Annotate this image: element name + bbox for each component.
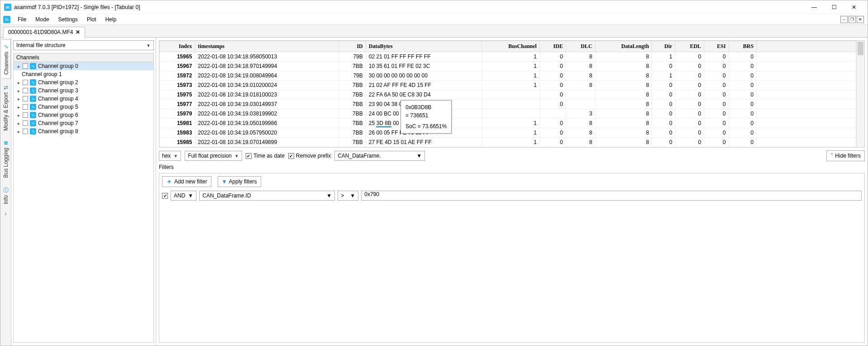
tree-checkbox[interactable]: [23, 63, 28, 69]
table-row[interactable]: 159832022-01-08 10:34:19.0579500207BB26 …: [160, 128, 856, 138]
menu-file[interactable]: File: [13, 15, 31, 24]
menu-help[interactable]: Help: [100, 15, 121, 24]
menu-mode[interactable]: Mode: [31, 15, 53, 24]
channel-group-row[interactable]: Channel group 1: [14, 70, 153, 78]
col-esi[interactable]: ESI: [704, 41, 729, 52]
tree-expand-icon[interactable]: ▸: [16, 121, 21, 126]
tree-checkbox[interactable]: [23, 112, 28, 118]
table-cell: [757, 90, 856, 100]
sidetab-channels[interactable]: Channels ∿: [2, 39, 11, 79]
col-dlc[interactable]: DLC: [566, 41, 595, 52]
dropdown-arrow-icon: ▼: [326, 192, 332, 199]
col-buschannel[interactable]: BusChannel: [482, 41, 540, 52]
channel-group-icon: ∿: [30, 79, 36, 86]
channel-group-row[interactable]: ▸∿Channel group 5: [14, 103, 153, 111]
tree-expand-icon[interactable]: ▸: [16, 113, 21, 118]
dropdown-arrow-icon: ▼: [188, 192, 193, 199]
channel-group-row[interactable]: ▸∿Channel group 4: [14, 95, 153, 103]
table-vertical-scrollbar[interactable]: [856, 41, 864, 147]
tree-expand-icon[interactable]: ▸: [16, 64, 21, 69]
add-new-filter-button[interactable]: ＋ Add new filter: [162, 176, 211, 187]
table-cell: 0: [675, 100, 704, 109]
tree-checkbox[interactable]: [23, 88, 28, 93]
tree-checkbox[interactable]: [23, 120, 28, 126]
dropdown-arrow-icon: ▼: [350, 192, 355, 199]
table-row[interactable]: 159772022-01-08 10:34:19.0301499377BB23 …: [160, 100, 856, 109]
tree-checkbox[interactable]: [23, 104, 28, 110]
channel-tree[interactable]: ▸∿Channel group 0Channel group 1▸∿Channe…: [13, 62, 154, 343]
table-cell: 0: [652, 81, 675, 90]
tree-expand-icon[interactable]: ▸: [16, 80, 21, 85]
minimize-button[interactable]: —: [804, 1, 824, 14]
col-edl[interactable]: EDL: [675, 41, 704, 52]
table-cell: 21 02 AF FF FE 4D 15 FF: [366, 81, 482, 90]
dropdown-arrow-icon: ▼: [416, 153, 422, 159]
tree-expand-icon[interactable]: ▸: [16, 129, 21, 134]
channel-group-row[interactable]: ▸∿Channel group 2: [14, 78, 153, 86]
col-ide[interactable]: IDE: [539, 41, 566, 52]
tree-expand-icon[interactable]: ▸: [16, 105, 21, 110]
table-row[interactable]: 159812022-01-08 10:34:19.0501999867BB25 …: [160, 119, 856, 128]
table-row[interactable]: 159672022-01-08 10:34:18.9701499947BB10 …: [160, 62, 856, 71]
filter-value-input[interactable]: 0x790: [361, 191, 862, 201]
table-cell: 8: [566, 138, 595, 147]
table-row[interactable]: 159652022-01-08 10:34:18.95805001379B02 …: [160, 52, 856, 62]
col-id[interactable]: ID: [339, 41, 366, 52]
table-row[interactable]: 159792022-01-08 10:34:19.0381999027BB24 …: [160, 109, 856, 119]
collapse-sidepanel-icon[interactable]: ›: [5, 210, 7, 218]
menu-settings[interactable]: Settings: [53, 15, 82, 24]
table-cell: 8: [595, 109, 652, 119]
table-row[interactable]: 159732022-01-08 10:34:19.0102000247BB21 …: [160, 81, 856, 90]
filter-op-combo[interactable]: > ▼: [338, 191, 358, 201]
sidetab-modify-export[interactable]: Modify & Export ⇄: [2, 81, 10, 135]
channel-group-row[interactable]: ▸∿Channel group 3: [14, 86, 153, 95]
tree-checkbox[interactable]: [23, 129, 28, 134]
table-cell: 0: [652, 128, 675, 138]
remove-prefix-checkbox[interactable]: ✔ Remove prefix: [288, 153, 331, 159]
table-cell: 8: [595, 128, 652, 138]
filter-logic-combo[interactable]: AND ▼: [171, 191, 196, 201]
mdi-restore-button[interactable]: ❐: [849, 16, 856, 23]
tree-expand-icon[interactable]: ▸: [16, 96, 21, 101]
file-tab[interactable]: 00000001-61D9D80A.MF4 ✕: [3, 27, 85, 38]
scrollbar-thumb[interactable]: [858, 42, 863, 55]
col-brs[interactable]: BRS: [729, 41, 756, 52]
tree-mode-combo[interactable]: Internal file structure ▼: [13, 40, 154, 50]
time-as-date-checkbox[interactable]: ✔ Time as date: [246, 153, 285, 159]
col-dir[interactable]: Dir: [652, 41, 675, 52]
format-combo[interactable]: hex▼: [159, 151, 181, 161]
close-button[interactable]: ✕: [844, 1, 864, 14]
col-datalength[interactable]: DataLength: [595, 41, 652, 52]
table-cell: 0: [539, 128, 566, 138]
table-cell: 2022-01-08 10:34:19.070149899: [195, 138, 339, 147]
col-timestamps[interactable]: timestamps: [195, 41, 339, 52]
table-row[interactable]: 159852022-01-08 10:34:19.0701498997BB27 …: [160, 138, 856, 147]
file-tab-close-icon[interactable]: ✕: [76, 29, 80, 35]
channel-group-row[interactable]: ▸∿Channel group 8: [14, 127, 153, 135]
mdi-minimize-button[interactable]: –: [840, 16, 848, 23]
sidetab-info[interactable]: Info ⓘ: [2, 183, 10, 208]
table-row[interactable]: 159752022-01-08 10:34:19.0181000237BB22 …: [160, 90, 856, 100]
prefix-combo[interactable]: CAN_DataFrame. ▼: [334, 151, 425, 161]
table-row[interactable]: 159722022-01-08 10:34:19.00804996479B30 …: [160, 71, 856, 81]
hide-filters-button[interactable]: ˄ Hide filters: [826, 150, 865, 161]
filter-field-combo[interactable]: CAN_DataFrame.ID ▼: [199, 191, 335, 201]
data-table[interactable]: Index timestamps ID DataBytes BusChannel…: [159, 41, 856, 147]
sidetab-bus-logging[interactable]: Bus Logging ≣: [2, 136, 10, 182]
channel-group-row[interactable]: ▸∿Channel group 0: [14, 62, 153, 70]
channel-group-row[interactable]: ▸∿Channel group 6: [14, 111, 153, 119]
filter-enabled-checkbox[interactable]: ✔: [162, 193, 168, 199]
col-databytes[interactable]: DataBytes: [366, 41, 482, 52]
menu-plot[interactable]: Plot: [82, 15, 101, 24]
tree-expand-icon[interactable]: ▸: [16, 88, 21, 93]
col-index[interactable]: Index: [160, 41, 195, 52]
tree-checkbox[interactable]: [23, 96, 28, 101]
mdi-close-button[interactable]: ✕: [857, 16, 864, 23]
apply-filters-button[interactable]: ▼ Apply filters: [218, 176, 261, 187]
channel-group-row[interactable]: ▸∿Channel group 7: [14, 119, 153, 127]
precision-combo[interactable]: Full float precision▼: [185, 151, 242, 161]
tree-checkbox[interactable]: [23, 80, 28, 85]
menu-app-icon: m: [3, 16, 10, 23]
table-cell: 0: [704, 109, 729, 119]
maximize-button[interactable]: ☐: [824, 1, 844, 14]
